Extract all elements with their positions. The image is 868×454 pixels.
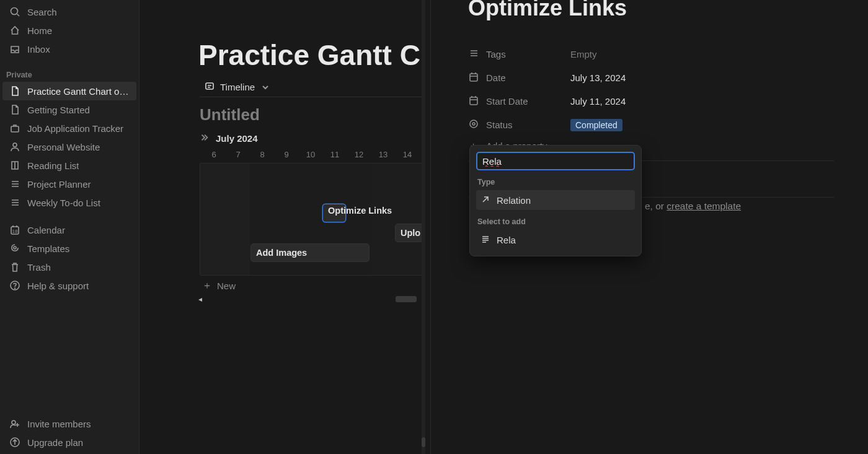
weekend-shade (371, 164, 421, 275)
property-label: Status (486, 120, 513, 130)
calendar-icon (468, 95, 479, 107)
database-title[interactable]: Untitled (200, 105, 260, 124)
list-icon (9, 178, 21, 190)
popover-section-label: Select to add (477, 217, 634, 226)
sidebar-item-inbox[interactable]: Inbox (2, 40, 136, 58)
view-picker[interactable]: Timeline (204, 81, 268, 94)
panel-title[interactable]: Optimize Links (468, 0, 868, 21)
property-label: Date (486, 72, 506, 83)
create-template-link[interactable]: create a template (666, 201, 741, 211)
sidebar-item-weekly-todo[interactable]: Weekly To-do List (2, 193, 136, 212)
page-body-hint: e, or create a template (645, 201, 741, 212)
property-value[interactable]: July 11, 2024 (570, 96, 626, 107)
sidebar-item-label: Home (27, 25, 52, 36)
property-row-start-date[interactable]: Start Date July 11, 2024 (468, 89, 834, 113)
popover-option-rela[interactable]: Rela (476, 230, 635, 250)
hint-text: e, or (645, 201, 666, 211)
gantt-area: 6 7 8 9 10 11 12 13 14 Optimize Links Up… (200, 149, 425, 302)
sidebar-item-reading-list[interactable]: Reading List (2, 156, 136, 175)
sidebar-item-personal-website[interactable]: Personal Website (2, 138, 136, 156)
gantt-body[interactable]: Optimize Links Uplo Add Images (200, 163, 425, 276)
templates-icon (9, 242, 21, 255)
gantt-bar-label: Uplo (401, 228, 420, 238)
sidebar-private-section: Private Practice Gantt Chart on N… Getti… (0, 59, 139, 295)
sidebar-item-trash[interactable]: Trash (2, 258, 136, 276)
timeline-month-row: July 2024 (200, 133, 258, 144)
sidebar-item-help[interactable]: Help & support (2, 276, 136, 295)
sidebar-section-label: Private (2, 66, 136, 82)
sidebar-item-upgrade[interactable]: Upgrade plan (2, 433, 136, 452)
book-icon (9, 159, 21, 172)
caret-left-icon[interactable]: ◂ (198, 295, 202, 303)
sidebar-item-templates[interactable]: Templates (2, 239, 136, 258)
sidebar-item-gantt[interactable]: Practice Gantt Chart on N… (2, 82, 136, 100)
scrollbar-thumb[interactable] (396, 296, 417, 302)
plus-icon: ＋ (202, 279, 212, 292)
property-key: Start Date (468, 95, 570, 107)
property-type-popover: Type Relation Select to add Rela (469, 145, 642, 256)
property-value[interactable]: Completed (570, 120, 622, 130)
popover-option-relation[interactable]: Relation (476, 190, 635, 210)
sidebar-item-getting-started[interactable]: Getting Started (2, 100, 136, 119)
calendar-icon (9, 224, 21, 236)
sidebar-item-label: Weekly To-do List (27, 198, 100, 208)
sidebar-item-search[interactable]: Search (2, 2, 136, 21)
home-icon (9, 24, 21, 37)
text-lines-icon (480, 234, 490, 246)
popover-section-label: Type (477, 178, 634, 186)
day-label: 11 (329, 150, 340, 159)
status-badge: Completed (570, 119, 622, 131)
gantt-new-row[interactable]: ＋ New (200, 276, 425, 296)
gantt-bar-add-images[interactable]: Add Images (251, 244, 369, 261)
property-row-tags[interactable]: Tags Empty (468, 42, 834, 66)
gantt-bar-label: Add Images (256, 248, 307, 258)
sidebar-item-label: Inbox (27, 44, 50, 55)
gantt-bar-upload[interactable]: Uplo (396, 224, 423, 242)
sidebar-item-home[interactable]: Home (2, 21, 136, 40)
sidebar-item-invite[interactable]: Invite members (2, 414, 136, 433)
property-row-date[interactable]: Date July 13, 2024 (468, 66, 834, 89)
relation-arrow-icon (480, 194, 490, 206)
sidebar-item-label: Upgrade plan (27, 437, 83, 448)
sidebar-item-label: Search (27, 7, 57, 17)
list-icon (9, 196, 21, 209)
sidebar-top-nav: Search Home Inbox (0, 0, 139, 59)
sidebar-item-label: Practice Gantt Chart on N… (27, 86, 130, 97)
day-label: 12 (353, 150, 365, 159)
day-label: 10 (305, 150, 316, 159)
divider (200, 97, 425, 97)
popover-option-label: Rela (497, 235, 516, 245)
day-label: 6 (208, 150, 219, 159)
main-content: Practice Gantt Chart on No Timeline Unti… (140, 0, 425, 454)
property-key: Status (468, 118, 570, 131)
day-label: 13 (378, 150, 389, 159)
properties: Tags Empty Date July 13, 2024 Start Date… (468, 42, 834, 152)
page-icon (9, 103, 21, 116)
person-icon (9, 141, 21, 153)
status-icon (468, 118, 479, 131)
sidebar-item-label: Job Application Tracker (27, 123, 123, 134)
property-value[interactable]: Empty (570, 49, 597, 59)
gantt-new-label: New (217, 281, 236, 291)
sidebar-item-job-tracker[interactable]: Job Application Tracker (2, 119, 136, 138)
popover-option-label: Relation (497, 195, 531, 206)
gantt-day-header: 6 7 8 9 10 11 12 13 14 (208, 149, 425, 163)
property-row-status[interactable]: Status Completed (468, 113, 834, 136)
chevron-double-right-icon[interactable] (200, 133, 210, 144)
sidebar-item-calendar[interactable]: Calendar (2, 220, 136, 239)
property-value[interactable]: July 13, 2024 (570, 72, 626, 83)
page-title: Practice Gantt Chart on No (198, 38, 425, 72)
search-icon (9, 6, 21, 18)
sidebar-bottom: Invite members Upgrade plan (0, 414, 139, 454)
split-divider[interactable] (422, 0, 425, 454)
property-search-input[interactable] (476, 152, 635, 170)
day-label: 14 (402, 150, 413, 159)
property-key: Tags (468, 48, 570, 60)
sidebar-item-label: Personal Website (27, 142, 100, 152)
view-label: Timeline (220, 82, 255, 92)
scrollbar-thumb[interactable] (422, 437, 425, 447)
gantt-bar-label: Optimize Links (328, 206, 392, 216)
gantt-horizontal-scrollbar[interactable]: ◂ (200, 296, 425, 302)
sidebar-item-project-planner[interactable]: Project Planner (2, 175, 136, 193)
upgrade-icon (9, 436, 21, 448)
